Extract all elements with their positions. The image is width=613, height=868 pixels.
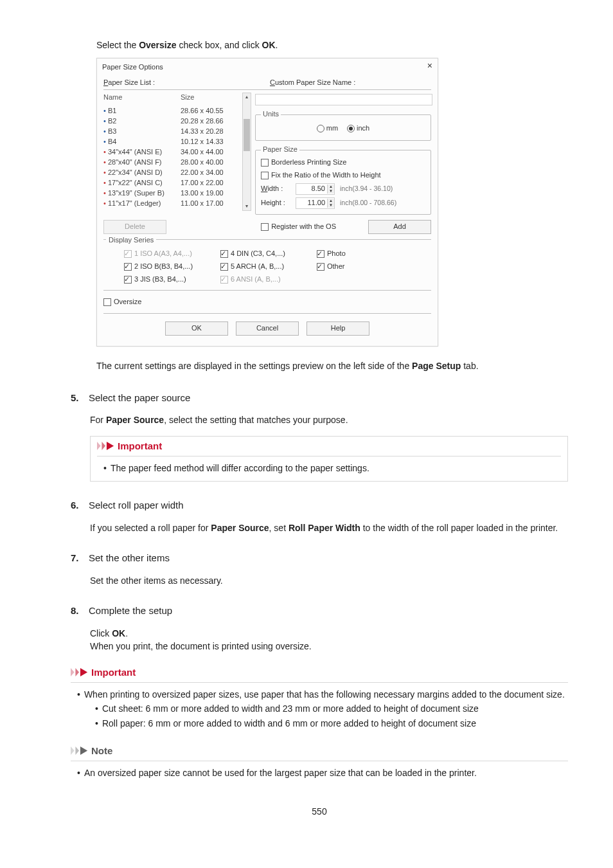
delete-button[interactable]: Delete [103, 220, 166, 234]
step-5: 5.Select the paper source For Paper Sour… [71, 391, 568, 482]
register-os-checkbox[interactable]: Register with the OS [261, 222, 336, 232]
units-legend: Units [261, 109, 281, 120]
after-dialog-text: The current settings are displayed in th… [96, 359, 568, 372]
borderless-checkbox[interactable]: Borderless Printing Size [261, 158, 425, 168]
display-series-checkbox[interactable]: 2 ISO B(B3, B4,...) [124, 262, 220, 272]
list-rows: • B128.66 x 40.55 • B220.28 x 28.66 • B3… [103, 105, 242, 211]
list-item: • 17"x22" (ANSI C)17.00 x 22.00 [103, 177, 242, 188]
page-number: 550 [71, 805, 568, 818]
papersize-legend: Paper Size [261, 145, 299, 155]
display-series-checkbox: 1 ISO A(A3, A4,...) [124, 249, 220, 259]
step-6: 6.Select roll paper width If you selecte… [71, 498, 568, 534]
important-icon [97, 442, 115, 451]
display-series-title: Display Series [106, 236, 156, 244]
dialog-title: Paper Size Options [102, 62, 163, 73]
list-item: • B410.12 x 14.33 [103, 136, 242, 147]
paper-size-listbox[interactable]: Name Size • B128.66 x 40.55 • B220.28 x … [103, 93, 251, 211]
col-size-header: Size [181, 93, 242, 103]
height-row: Height : 11.00▲▼ inch(8.00 - 708.66) [261, 197, 425, 209]
display-series-checkbox[interactable]: 3 JIS (B3, B4,...) [124, 275, 220, 285]
width-stepper[interactable]: 8.50▲▼ [296, 183, 335, 195]
height-stepper[interactable]: 11.00▲▼ [296, 197, 335, 209]
custom-paper-size-name-label: Custom Paper Size Name : [270, 78, 431, 88]
svg-marker-4 [75, 668, 79, 676]
list-item: • B314.33 x 20.28 [103, 126, 242, 136]
paper-size-options-dialog: Paper Size Options × Paper Size List : C… [96, 58, 438, 347]
note-icon [71, 746, 89, 755]
svg-marker-7 [75, 746, 79, 755]
units-inch-radio[interactable]: inch [347, 123, 369, 134]
svg-marker-8 [80, 746, 87, 755]
paper-size-list-label: Paper Size List : [103, 78, 265, 88]
add-button[interactable]: Add [368, 220, 431, 234]
list-item: • 22"x34" (ANSI D)22.00 x 34.00 [103, 167, 242, 177]
cancel-button[interactable]: Cancel [236, 321, 299, 336]
custom-name-input[interactable] [255, 94, 432, 105]
close-icon[interactable]: × [427, 62, 432, 73]
list-item: • 13"x19" (Super B)13.00 x 19.00 [103, 188, 242, 198]
outer-important-callout: Important •When printing to oversized pa… [71, 665, 568, 730]
fixratio-checkbox[interactable]: Fix the Ratio of the Width to Height [261, 170, 425, 181]
units-mm-radio[interactable]: mm [317, 123, 338, 134]
scrollbar[interactable]: ▴ ▾ [242, 93, 251, 211]
svg-marker-0 [97, 442, 101, 450]
svg-marker-3 [71, 668, 75, 676]
oversize-checkbox[interactable]: Oversize [103, 298, 141, 305]
list-item: • Letter (8.5"x11")8.50 x 11.00 [103, 208, 242, 211]
important-callout: Important •The paper feed method will di… [90, 436, 568, 482]
units-panel: Units mm inch [255, 109, 431, 141]
display-series-checkbox[interactable]: 4 DIN (C3, C4,...) [220, 249, 317, 259]
svg-marker-2 [107, 442, 114, 450]
paper-size-panel: Paper Size Borderless Printing Size Fix … [255, 145, 431, 215]
list-item: • 28"x40" (ANSI F)28.00 x 40.00 [103, 157, 242, 167]
width-row: Width : 8.50▲▼ inch(3.94 - 36.10) [261, 183, 425, 195]
svg-marker-6 [71, 746, 75, 755]
display-series-checkbox[interactable]: Photo [317, 249, 394, 259]
display-series-checkbox: 6 ANSI (A, B,...) [220, 275, 317, 285]
scroll-down-icon: ▾ [243, 203, 251, 210]
list-item: • 11"x17" (Ledger)11.00 x 17.00 [103, 198, 242, 208]
intro-text: Select the Oversize check box, and click… [96, 39, 568, 51]
step-7: 7.Set the other items Set the other item… [71, 551, 568, 587]
list-item: • B220.28 x 28.66 [103, 116, 242, 126]
outer-note-callout: Note •An oversized paper size cannot be … [71, 744, 568, 779]
ok-button[interactable]: OK [165, 321, 228, 336]
display-series-panel: Display Series 1 ISO A(A3, A4,...)4 DIN … [103, 239, 431, 291]
svg-marker-5 [80, 668, 87, 676]
display-series-checkbox[interactable]: Other [317, 262, 394, 272]
important-icon [71, 668, 89, 677]
svg-marker-1 [102, 442, 105, 450]
list-item: • B128.66 x 40.55 [103, 105, 242, 116]
col-name-header: Name [103, 93, 174, 103]
list-item: • 34"x44" (ANSI E)34.00 x 44.00 [103, 147, 242, 157]
display-series-checkbox[interactable]: 5 ARCH (A, B,...) [220, 262, 317, 272]
scroll-up-icon: ▴ [243, 93, 251, 101]
help-button[interactable]: Help [306, 321, 369, 336]
step-8: 8.Complete the setup Click OK. When you … [71, 604, 568, 653]
